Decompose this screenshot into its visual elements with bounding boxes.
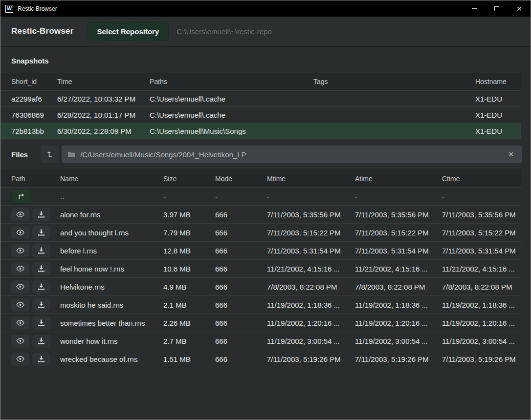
file-size: 2.7 MB — [163, 337, 215, 345]
files-table-header: Path Name Size Mode Mtime Atime Ctime — [0, 170, 521, 188]
clear-path-button[interactable]: ✕ — [506, 149, 516, 159]
letter-l-icon — [46, 150, 53, 158]
snapshot-hostname: X1-EDU — [475, 127, 521, 135]
column-header-hostname: Hostname — [475, 78, 521, 85]
file-mtime: 7/11/2003, 5:15:22 PM — [267, 229, 355, 237]
file-ctime: 7/11/2003, 5:15:22 PM — [442, 229, 521, 237]
download-file-button[interactable] — [32, 244, 50, 257]
snapshot-short-id: 76306869 — [11, 111, 57, 119]
eye-icon — [16, 302, 24, 308]
download-file-button[interactable] — [32, 298, 50, 312]
preview-file-button[interactable] — [11, 262, 29, 275]
file-ctime: 7/11/2003, 5:19:26 PM — [442, 355, 521, 363]
file-size: 2.26 MB — [163, 319, 215, 327]
download-file-button[interactable] — [32, 335, 50, 348]
file-name: alone for.rns — [60, 210, 163, 219]
maximize-button[interactable] — [486, 0, 508, 17]
preview-file-button[interactable] — [11, 353, 29, 366]
snapshot-hostname: X1-EDU — [475, 95, 521, 103]
preview-file-button[interactable] — [11, 316, 29, 330]
download-file-button[interactable] — [32, 280, 50, 294]
file-ctime: - — [442, 192, 521, 201]
file-mode: 666 — [215, 301, 267, 309]
file-atime: 11/19/2002, 1:18:36 ... — [355, 301, 442, 309]
download-file-button[interactable] — [32, 208, 50, 221]
column-header-name: Name — [60, 175, 163, 183]
file-size: 10.6 MB — [163, 265, 215, 273]
snapshot-paths: C:\Users\emuell\Music\Songs — [150, 127, 313, 135]
file-mode: 666 — [215, 265, 267, 273]
file-size: 4.9 MB — [163, 283, 215, 291]
current-path-value: /C/Users/emuell/Music/Songs/2004_Helveti… — [80, 150, 506, 159]
file-size: 3.97 MB — [163, 210, 215, 219]
file-name: wrecked because of.rns — [60, 355, 163, 363]
file-name: and you thought l.rns — [60, 229, 163, 237]
preview-file-button[interactable] — [11, 335, 29, 348]
eye-icon — [16, 284, 24, 290]
file-row: Helvikone.rns 4.9 MB 666 7/8/2003, 8:22:… — [0, 278, 521, 296]
file-atime: 11/21/2002, 4:15:16 ... — [355, 265, 442, 273]
download-file-button[interactable] — [32, 316, 50, 330]
parent-directory-row: .. - - - - - — [0, 188, 521, 206]
preview-file-button[interactable] — [11, 244, 29, 257]
files-section-title: Files — [11, 150, 28, 159]
app-window: W Restic Browser ✕ Restic-Browser Select… — [0, 0, 531, 420]
eye-icon — [16, 230, 24, 235]
eye-icon — [16, 248, 24, 253]
go-up-directory-button[interactable] — [11, 189, 31, 204]
snapshot-time: 6/27/2022, 10:03:32 PM — [57, 95, 150, 103]
column-header-path: Path — [11, 175, 60, 183]
file-ctime: 7/8/2003, 8:22:08 PM — [442, 283, 521, 291]
column-header-size: Size — [163, 175, 215, 183]
file-atime: 11/19/2002, 1:20:16 ... — [355, 319, 442, 327]
up-right-arrow-icon — [18, 193, 25, 200]
preview-file-button[interactable] — [11, 298, 29, 312]
close-button[interactable]: ✕ — [508, 0, 531, 17]
titlebar: W Restic Browser ✕ — [0, 0, 531, 17]
file-mtime: 11/21/2002, 4:15:16 ... — [267, 265, 355, 273]
download-file-button[interactable] — [32, 262, 50, 275]
app-title: Restic-Browser — [11, 26, 74, 36]
file-atime: 11/19/2002, 3:00:54 ... — [355, 337, 442, 345]
snapshot-row[interactable]: a2299af6 6/27/2022, 10:03:32 PM C:\Users… — [0, 91, 521, 107]
file-mtime: 7/8/2003, 8:22:08 PM — [267, 283, 355, 291]
download-icon — [38, 211, 45, 218]
path-format-toggle-button[interactable] — [41, 146, 59, 163]
file-size: 12.8 MB — [163, 247, 215, 255]
snapshot-paths: C:\Users\emuell\.cache — [150, 95, 313, 103]
file-name: moskito he said.rns — [60, 301, 163, 309]
file-atime: 7/8/2003, 8:22:08 PM — [355, 283, 442, 291]
download-icon — [38, 283, 45, 290]
file-name: feel home now !.rns — [60, 265, 163, 273]
file-atime: 7/11/2003, 5:15:22 PM — [355, 229, 442, 237]
download-icon — [38, 265, 45, 272]
file-name: before l.rns — [60, 247, 163, 255]
snapshot-row[interactable]: 72b813bb 6/30/2022, 2:28:09 PM C:\Users\… — [0, 123, 521, 139]
column-header-short-id: Short_id — [11, 78, 57, 85]
snapshots-section-title: Snapshots — [0, 47, 531, 73]
preview-file-button[interactable] — [11, 280, 29, 294]
files-table-body: alone for.rns 3.97 MB 666 7/11/2003, 5:3… — [0, 206, 531, 368]
snapshot-row[interactable]: 76306869 6/28/2022, 10:01:17 PM C:\Users… — [0, 107, 521, 123]
minimize-button[interactable] — [463, 0, 486, 17]
preview-file-button[interactable] — [11, 208, 29, 221]
select-repository-button[interactable]: Select Repository — [88, 22, 169, 41]
download-file-button[interactable] — [32, 353, 50, 366]
file-ctime: 11/19/2002, 1:20:16 ... — [442, 319, 521, 327]
column-header-ctime: Ctime — [442, 175, 521, 183]
file-mtime: 7/11/2003, 5:35:56 PM — [267, 210, 355, 219]
repository-path: C:\Users\emuell\~\restic-repo — [177, 27, 272, 36]
file-ctime: 7/11/2003, 5:31:54 PM — [442, 247, 521, 255]
window-title: Restic Browser — [18, 5, 463, 12]
file-row: before l.rns 12.8 MB 666 7/11/2003, 5:31… — [0, 242, 521, 260]
current-path-input[interactable]: /C/Users/emuell/Music/Songs/2004_Helveti… — [62, 146, 522, 163]
file-ctime: 7/11/2003, 5:35:56 PM — [442, 210, 521, 219]
file-atime: 7/11/2003, 5:19:26 PM — [355, 355, 442, 363]
file-mtime: 11/19/2002, 1:20:16 ... — [267, 319, 355, 327]
window-controls: ✕ — [463, 0, 531, 17]
file-row: feel home now !.rns 10.6 MB 666 11/21/20… — [0, 260, 521, 278]
snapshots-table-header: Short_id Time Paths Tags Hostname — [0, 73, 521, 91]
preview-file-button[interactable] — [11, 226, 29, 239]
download-file-button[interactable] — [32, 226, 50, 239]
file-mode: 666 — [215, 229, 267, 237]
